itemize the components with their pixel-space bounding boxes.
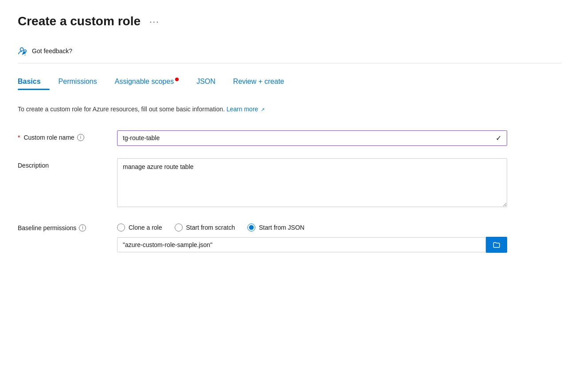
radio-start-from-json[interactable]: Start from JSON <box>247 223 305 231</box>
svg-point-0 <box>20 48 23 51</box>
feedback-bar: Got feedback? <box>18 41 561 63</box>
custom-role-name-input-row: ✓ <box>117 130 507 146</box>
feedback-icon <box>18 46 27 56</box>
learn-more-link[interactable]: Learn more ↗ <box>227 106 265 113</box>
file-browse-button[interactable] <box>486 237 507 253</box>
description-row: Description manage azure route table <box>18 158 561 208</box>
baseline-permissions-row: Baseline permissions i Clone a role Star… <box>18 221 561 253</box>
tab-review-create[interactable]: Review + create <box>224 74 293 90</box>
description-input-wrapper: manage azure route table <box>117 158 507 208</box>
tabs-bar: Basics Permissions Assignable scopes JSO… <box>18 74 561 90</box>
folder-icon <box>493 241 501 249</box>
tab-basics[interactable]: Basics <box>18 74 50 90</box>
custom-role-name-row: * Custom role name i ✓ <box>18 130 561 146</box>
custom-role-name-info-icon[interactable]: i <box>77 134 84 141</box>
custom-role-name-input-wrapper: ✓ <box>117 130 507 146</box>
tab-permissions[interactable]: Permissions <box>50 74 106 90</box>
page-title-row: Create a custom role ··· <box>18 14 561 28</box>
page-container: Create a custom role ··· Got feedback? B… <box>0 0 579 267</box>
custom-role-name-input[interactable] <box>123 134 492 141</box>
baseline-permissions-info-icon[interactable]: i <box>79 224 86 231</box>
description-textarea[interactable]: manage azure route table <box>117 158 507 207</box>
tab-dot-assignable-scopes <box>175 78 179 81</box>
baseline-permissions-options: Clone a role Start from scratch Start fr… <box>117 221 507 253</box>
svg-point-1 <box>24 50 27 52</box>
description-text: To create a custom role for Azure resour… <box>18 104 561 114</box>
radio-start-from-scratch-input[interactable] <box>175 223 183 231</box>
description-label: Description <box>18 158 106 169</box>
radio-start-from-scratch[interactable]: Start from scratch <box>175 223 235 231</box>
page-title: Create a custom role <box>18 14 141 28</box>
tab-assignable-scopes[interactable]: Assignable scopes <box>106 74 188 90</box>
json-file-input-row <box>117 237 507 253</box>
tab-json[interactable]: JSON <box>188 74 224 90</box>
external-link-icon: ↗ <box>261 107 265 112</box>
radio-clone-a-role-input[interactable] <box>117 223 125 231</box>
json-file-text-input[interactable] <box>117 237 486 252</box>
more-options-button[interactable]: ··· <box>148 15 161 28</box>
baseline-permissions-label: Baseline permissions i <box>18 221 106 231</box>
checkmark-icon: ✓ <box>496 134 501 142</box>
form-section: * Custom role name i ✓ Description manag… <box>18 130 561 253</box>
radio-group: Clone a role Start from scratch Start fr… <box>117 221 507 231</box>
radio-clone-a-role[interactable]: Clone a role <box>117 223 162 231</box>
custom-role-name-label: * Custom role name i <box>18 130 106 141</box>
radio-start-from-json-input[interactable] <box>247 223 255 231</box>
required-star: * <box>18 134 20 141</box>
feedback-text: Got feedback? <box>32 47 72 55</box>
